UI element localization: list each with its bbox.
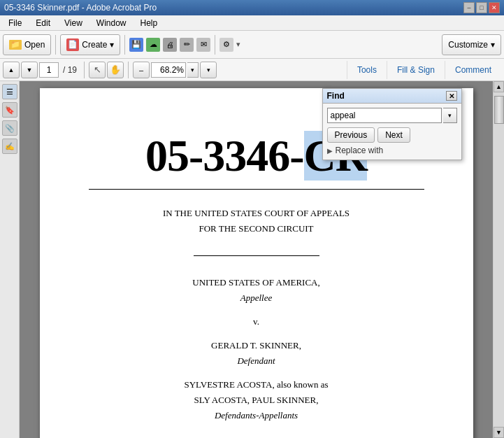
pdf-case-divider [89,189,424,190]
prev-page-button[interactable]: ▲ [3,62,20,78]
settings-arrow: ▾ [236,40,240,49]
nav-bar: ▲ ▼ / 19 ↖ ✋ – ▾ ▾ Tools Fill & Sign Com… [0,59,504,81]
customize-label: Customize [448,40,488,50]
pdf-party3-line2: SLY ACOSTA, PAUL SKINNER, [89,395,424,406]
find-previous-button[interactable]: Previous [327,127,375,143]
find-close-button[interactable]: ✕ [446,91,457,101]
find-dropdown-button[interactable]: ▾ [443,108,457,123]
close-button[interactable]: ✕ [489,2,500,13]
toolbar-separator-1 [55,35,56,55]
find-buttons-row: Previous Next [327,127,457,143]
right-panel-tabs: Tools Fill & Sign Comment [347,61,501,79]
scrollbar-thumb[interactable] [494,96,504,124]
pdf-party3-role: Defendants-Appellants [89,410,424,421]
customize-arrow: ▾ [491,40,495,50]
menu-window[interactable]: Window [91,17,132,29]
create-label: Create [82,40,107,50]
pdf-party2: GERALD T. SKINNER, [89,340,424,351]
sidebar-attachments-btn[interactable]: 📎 [2,120,17,136]
nav-separator-2 [128,62,129,78]
email-icon[interactable]: ✉ [196,38,210,52]
pdf-v-separator: v. [89,316,424,327]
pdf-container[interactable]: Find ✕ ▾ Previous Next ▶ Replace with [20,81,493,438]
pdf-party3-line1: SYLVESTRE ACOSTA, also known as [89,379,424,390]
zoom-more-button[interactable]: ▾ [200,62,217,78]
nav-separator-1 [84,62,85,78]
folder-icon: 📁 [9,40,22,50]
right-scrollbar: ▲ ▼ [493,81,504,438]
find-dialog-body: ▾ Previous Next ▶ Replace with [323,104,461,160]
title-bar: 05-3346 Skinner.pdf - Adobe Acrobat Pro … [0,0,504,15]
customize-button[interactable]: Customize ▾ [442,34,501,55]
page-count: / 19 [60,65,80,75]
scrollbar-track[interactable] [494,92,504,427]
find-dialog-title: Find [327,91,345,101]
zoom-dropdown[interactable]: ▾ [187,62,199,78]
edit-icon[interactable]: ✏ [180,38,194,52]
select-tool[interactable]: ↖ [89,62,106,78]
menu-edit[interactable]: Edit [30,17,56,29]
pdf-circuit: FOR THE SECOND CIRCUIT [89,223,424,234]
minimize-button[interactable]: – [463,2,475,13]
upload-icon[interactable]: ☁ [146,38,160,52]
pdf-party1: UNITED STATES OF AMERICA, [89,277,424,288]
find-search-row: ▾ [327,108,457,123]
case-number-text: 05-3346- [145,131,304,181]
maximize-button[interactable]: □ [476,2,487,13]
find-replace-row[interactable]: ▶ Replace with [327,146,457,155]
pdf-page: Find ✕ ▾ Previous Next ▶ Replace with [40,88,473,438]
sidebar-pages-btn[interactable]: ☰ [2,84,17,99]
pdf-party1-role: Appellee [89,292,424,304]
pdf-divider-2 [194,255,319,256]
find-next-button[interactable]: Next [377,127,410,143]
replace-with-label: Replace with [336,146,384,155]
left-sidebar: ☰ 🔖 📎 ✍ [0,81,20,438]
open-label: Open [24,40,45,50]
tab-fill-sign[interactable]: Fill & Sign [387,61,445,79]
sidebar-signatures-btn[interactable]: ✍ [2,139,17,154]
create-icon: 📄 [66,38,79,51]
pdf-court-name: IN THE UNITED STATES COURT OF APPEALS [89,208,424,219]
title-bar-controls: – □ ✕ [463,2,500,13]
find-search-input[interactable] [327,108,442,123]
next-page-button[interactable]: ▼ [21,62,38,78]
zoom-input[interactable] [151,62,186,78]
save-icon[interactable]: 💾 [129,38,143,52]
pdf-party2-role: Defendant [89,355,424,367]
scrollbar-up-button[interactable]: ▲ [494,81,504,92]
main-content: ☰ 🔖 📎 ✍ Find ✕ ▾ Previous N [0,81,504,438]
menu-help[interactable]: Help [135,17,164,29]
create-arrow: ▾ [110,40,114,50]
zoom-out-button[interactable]: – [133,62,150,78]
tab-comment[interactable]: Comment [445,61,501,79]
settings-icon[interactable]: ⚙ [219,38,233,52]
tab-tools[interactable]: Tools [347,61,387,79]
find-dialog: Find ✕ ▾ Previous Next ▶ Replace with [322,88,462,160]
toolbar-separator-3 [215,35,215,55]
scrollbar-down-button[interactable]: ▼ [494,427,504,438]
menu-bar: File Edit View Window Help [0,15,504,31]
title-bar-title: 05-3346 Skinner.pdf - Adobe Acrobat Pro [4,3,157,13]
menu-view[interactable]: View [59,17,88,29]
replace-arrow-icon: ▶ [327,147,333,155]
toolbar-separator-2 [124,35,125,55]
hand-tool[interactable]: ✋ [107,62,124,78]
find-dialog-header: Find ✕ [323,89,461,104]
toolbar: 📁 Open 📄 Create ▾ 💾 ☁ 🖨 ✏ ✉ ⚙ ▾ Customiz… [0,31,504,59]
open-button[interactable]: 📁 Open [3,34,51,55]
page-number-input[interactable] [39,62,59,78]
print-icon[interactable]: 🖨 [163,38,177,52]
create-button[interactable]: 📄 Create ▾ [60,34,120,55]
menu-file[interactable]: File [3,17,27,29]
sidebar-bookmarks-btn[interactable]: 🔖 [2,102,17,118]
